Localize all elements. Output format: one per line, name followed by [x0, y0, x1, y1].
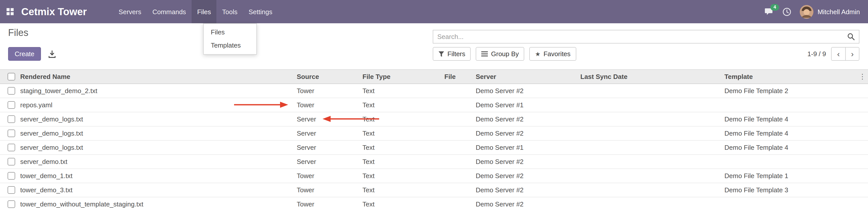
user-menu[interactable]: Mitchell Admin [800, 5, 860, 19]
table-row[interactable]: tower_demo_1.txt Tower Text Demo Server … [0, 169, 868, 183]
cell-server: Demo Server #2 [474, 183, 578, 197]
col-header-template[interactable]: Template [722, 69, 868, 84]
menu-tools[interactable]: Tools [217, 0, 243, 23]
col-header-last-sync-date[interactable]: Last Sync Date [578, 69, 722, 84]
select-all-cell [0, 69, 18, 84]
cell-rendered-name: server_demo_logs.txt [18, 112, 295, 126]
col-header-file[interactable]: File [442, 69, 474, 84]
table-row[interactable]: tower_demo_without_template_staging.txt … [0, 197, 868, 211]
cell-rendered-name: repos.yaml [18, 98, 295, 112]
cell-last-sync-date [578, 84, 722, 98]
table-row[interactable]: server_demo_logs.txt Server Text Demo Se… [0, 126, 868, 141]
cell-file [442, 112, 474, 126]
favorites-button[interactable]: ★ Favorites [530, 47, 576, 61]
cell-file-type: Text [361, 98, 442, 112]
search-input[interactable] [433, 33, 843, 40]
cell-file-type: Text [361, 183, 442, 197]
row-checkbox[interactable] [8, 200, 15, 208]
search-submit-button[interactable] [843, 33, 859, 40]
navbar-systray: 4 Mitchell Admin [765, 5, 868, 19]
col-header-server[interactable]: Server [474, 69, 578, 84]
row-checkbox[interactable] [8, 144, 15, 151]
filters-button[interactable]: Filters [433, 47, 471, 61]
cell-last-sync-date [578, 197, 722, 211]
cell-server: Demo Server #2 [474, 197, 578, 211]
row-checkbox[interactable] [8, 87, 15, 95]
col-header-rendered-name[interactable]: Rendered Name [18, 69, 295, 84]
table-row[interactable]: tower_demo_3.txt Tower Text Demo Server … [0, 183, 868, 197]
dropdown-item-files[interactable]: Files [204, 26, 256, 39]
search-icon [847, 33, 855, 40]
row-select-cell [0, 141, 18, 155]
export-button[interactable] [47, 49, 57, 59]
menu-settings[interactable]: Settings [243, 0, 278, 23]
table-row[interactable]: server_demo_logs.txt Server Text Demo Se… [0, 112, 868, 126]
cell-last-sync-date [578, 183, 722, 197]
cell-file [442, 126, 474, 141]
table-row[interactable]: repos.yaml Tower Text Demo Server #1 [0, 98, 868, 112]
row-select-cell [0, 197, 18, 211]
filter-icon [438, 51, 444, 57]
messages-button[interactable]: 4 [765, 8, 774, 16]
pager-previous-button[interactable]: ‹ [831, 47, 845, 61]
row-checkbox[interactable] [8, 129, 15, 137]
action-buttons: Create [8, 47, 57, 61]
table-row[interactable]: staging_tower_demo_2.txt Tower Text Demo… [0, 84, 868, 98]
create-button[interactable]: Create [8, 47, 41, 61]
select-all-checkbox[interactable] [8, 73, 15, 81]
table-row[interactable]: server_demo.txt Server Text Demo Server … [0, 155, 868, 169]
cell-rendered-name: staging_tower_demo_2.txt [18, 84, 295, 98]
row-checkbox[interactable] [8, 172, 15, 180]
cell-source: Server [295, 141, 361, 155]
menu-commands[interactable]: Commands [147, 0, 192, 23]
files-list-view: Rendered Name Source File Type File Serv… [0, 69, 868, 211]
menu-files[interactable]: Files [192, 0, 217, 23]
files-dropdown-menu: Files Templates [203, 23, 257, 55]
cell-rendered-name: server_demo.txt [18, 155, 295, 169]
row-checkbox[interactable] [8, 158, 15, 165]
clock-icon [782, 7, 791, 16]
table-header-row: Rendered Name Source File Type File Serv… [0, 69, 868, 84]
cell-source: Tower [295, 84, 361, 98]
cell-last-sync-date [578, 126, 722, 141]
user-avatar-image [800, 5, 813, 19]
table-row[interactable]: server_demo_logs.txt Server Text Demo Se… [0, 141, 868, 155]
dropdown-item-templates[interactable]: Templates [204, 39, 256, 52]
cell-file-type: Text [361, 155, 442, 169]
cell-file-type: Text [361, 169, 442, 183]
col-header-source[interactable]: Source [295, 69, 361, 84]
cell-last-sync-date [578, 155, 722, 169]
favorites-label: Favorites [544, 50, 570, 58]
cell-template: Demo File Template 1 [722, 169, 868, 183]
cell-template: Demo File Template 4 [722, 126, 868, 141]
cell-file-type: Text [361, 126, 442, 141]
col-header-file-type[interactable]: File Type [361, 69, 442, 84]
group-by-button[interactable]: Group By [476, 47, 525, 61]
row-checkbox[interactable] [8, 186, 15, 194]
optional-columns-button[interactable]: ⋮ [859, 72, 866, 81]
menu-servers[interactable]: Servers [113, 0, 147, 23]
cell-file [442, 84, 474, 98]
cell-source: Tower [295, 197, 361, 211]
cell-file [442, 155, 474, 169]
cell-file-type: Text [361, 112, 442, 126]
cell-server: Demo Server #1 [474, 98, 578, 112]
row-checkbox[interactable] [8, 115, 15, 123]
pager-next-button[interactable]: › [845, 47, 859, 61]
cell-file [442, 169, 474, 183]
cell-last-sync-date [578, 98, 722, 112]
search-bar [433, 30, 859, 43]
row-select-cell [0, 169, 18, 183]
cell-last-sync-date [578, 169, 722, 183]
apps-menu-button[interactable] [0, 0, 20, 23]
filters-label: Filters [447, 50, 465, 58]
cell-last-sync-date [578, 112, 722, 126]
app-brand[interactable]: Cetmix Tower [21, 6, 87, 18]
cell-file [442, 183, 474, 197]
cell-template: Demo File Template 2 [722, 84, 868, 98]
cell-template: Demo File Template 3 [722, 183, 868, 197]
activities-button[interactable] [782, 7, 791, 16]
chevron-left-icon: ‹ [837, 49, 840, 58]
row-checkbox[interactable] [8, 101, 15, 109]
cell-file-type: Text [361, 84, 442, 98]
